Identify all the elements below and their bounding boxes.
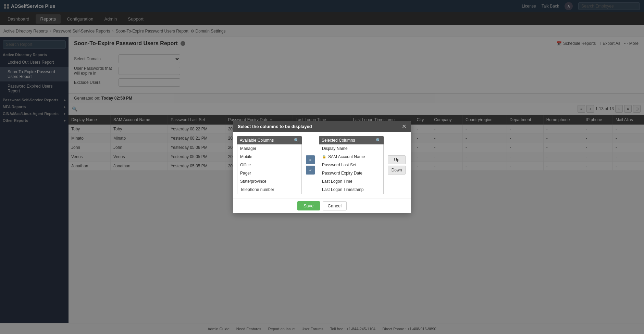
selected-columns-label: Selected Columns xyxy=(322,138,355,143)
available-columns-label: Available Columns xyxy=(240,138,274,143)
available-col-manager[interactable]: Manager xyxy=(237,144,301,153)
modal-close-button[interactable]: ✕ xyxy=(402,124,406,129)
available-col-telephone-number[interactable]: Telephone number xyxy=(237,185,301,194)
available-col-state/province[interactable]: State/province xyxy=(237,177,301,185)
modal-header: Select the columns to be displayed ✕ xyxy=(233,121,411,132)
selected-col-display-name[interactable]: Display Name xyxy=(319,144,383,153)
selected-col-last-logon-timestamp[interactable]: Last Logon Timestamp xyxy=(319,185,383,194)
column-order-buttons: Up Down xyxy=(386,136,407,194)
lock-icon: 🔒 xyxy=(322,155,326,158)
search-selected-icon[interactable]: 🔍 xyxy=(376,138,381,143)
move-left-button[interactable]: « xyxy=(306,166,315,175)
selected-col-last-logon-time[interactable]: Last Logon Time xyxy=(319,177,383,185)
modal-title: Select the columns to be displayed xyxy=(238,124,312,129)
column-transfer-arrows: » « xyxy=(305,136,316,194)
available-columns-panel: Available Columns 🔍 ManagerMobileOfficeP… xyxy=(237,136,302,194)
modal-footer: Save Cancel xyxy=(233,198,411,213)
selected-columns-list[interactable]: Display Name🔒SAM Account NamePassword La… xyxy=(319,144,384,194)
move-down-button[interactable]: Down xyxy=(388,166,406,175)
move-right-button[interactable]: » xyxy=(306,155,315,164)
modal-cancel-button[interactable]: Cancel xyxy=(323,201,347,210)
available-col-office[interactable]: Office xyxy=(237,161,301,169)
selected-columns-panel: Selected Columns 🔍 Display Name🔒SAM Acco… xyxy=(319,136,384,194)
search-available-icon[interactable]: 🔍 xyxy=(294,138,299,143)
move-up-button[interactable]: Up xyxy=(388,155,406,164)
selected-col-sam-account-name[interactable]: 🔒SAM Account Name xyxy=(319,153,383,161)
available-col-mobile[interactable]: Mobile xyxy=(237,153,301,161)
column-select-modal: Select the columns to be displayed ✕ Ava… xyxy=(233,121,411,213)
available-col-pager[interactable]: Pager xyxy=(237,169,301,177)
modal-overlay: Select the columns to be displayed ✕ Ava… xyxy=(0,0,644,334)
selected-columns-header: Selected Columns 🔍 xyxy=(319,136,384,144)
selected-col-password-expiry-date[interactable]: Password Expiry Date xyxy=(319,169,383,177)
modal-save-button[interactable]: Save xyxy=(297,201,320,210)
modal-body: Available Columns 🔍 ManagerMobileOfficeP… xyxy=(233,132,411,198)
available-columns-header: Available Columns 🔍 xyxy=(237,136,302,144)
selected-col-password-last-set[interactable]: Password Last Set xyxy=(319,161,383,169)
available-columns-list[interactable]: ManagerMobileOfficePagerState/provinceTe… xyxy=(237,144,302,194)
